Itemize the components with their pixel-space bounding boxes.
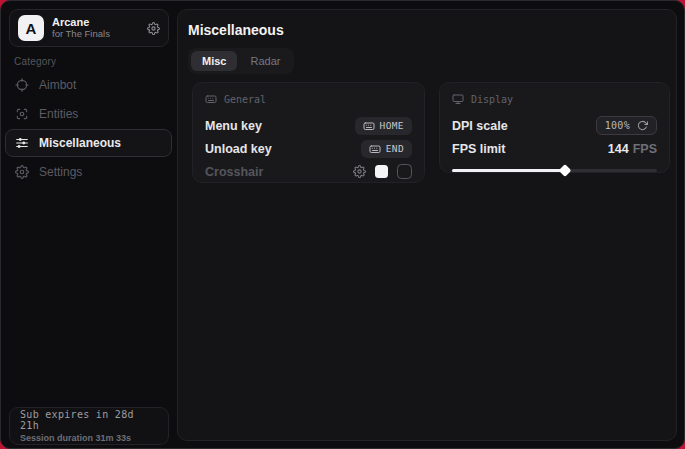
general-card-header: General	[205, 93, 412, 105]
app-window: A Arcane for The Finals Category Aimbot …	[0, 0, 685, 449]
tab-bar: Misc Radar	[188, 48, 294, 74]
main-panel: Miscellaneous Misc Radar General Menu ke…	[177, 9, 677, 441]
crosshair-color-swatch[interactable]	[375, 165, 388, 178]
category-label: Category	[14, 56, 56, 67]
gear-icon[interactable]	[147, 22, 160, 35]
dpi-scale-control[interactable]: 100%	[596, 116, 657, 135]
sidebar-item-label: Settings	[39, 165, 82, 179]
menu-key-row: Menu key HOME	[205, 114, 412, 137]
subscription-info-card: Sub expires in 28d 21h Session duration …	[9, 407, 169, 445]
crosshair-label: Crosshair	[205, 165, 263, 179]
display-card-title: Display	[471, 94, 513, 105]
general-card: General Menu key HOME Unload key END	[192, 82, 425, 183]
sidebar-nav: Aimbot Entities Miscellaneous Settings	[5, 71, 172, 187]
slider-handle[interactable]	[558, 164, 571, 177]
monitor-icon	[452, 93, 464, 105]
sub-expires-text: Sub expires in 28d 21h	[20, 409, 158, 431]
gear-icon[interactable]	[353, 165, 366, 178]
sidebar: A Arcane for The Finals Category Aimbot …	[1, 1, 177, 448]
sidebar-item-label: Entities	[39, 107, 78, 121]
display-card-header: Display	[452, 93, 657, 105]
unload-key-binding[interactable]: END	[361, 140, 412, 158]
tab-radar[interactable]: Radar	[239, 51, 291, 71]
keyboard-icon	[363, 120, 375, 132]
menu-key-value: HOME	[380, 120, 404, 131]
dpi-scale-label: DPI scale	[452, 119, 508, 133]
refresh-icon[interactable]	[637, 120, 648, 131]
keyboard-icon	[369, 143, 381, 155]
tab-misc[interactable]: Misc	[191, 51, 237, 71]
crosshair-controls	[353, 164, 412, 179]
crosshair-row: Crosshair	[205, 160, 412, 183]
fps-limit-value: 144FPS	[608, 142, 657, 156]
dpi-scale-row: DPI scale 100%	[452, 114, 657, 137]
sidebar-item-miscellaneous[interactable]: Miscellaneous	[5, 129, 172, 157]
dpi-scale-value: 100%	[605, 120, 630, 131]
sidebar-item-label: Aimbot	[39, 78, 76, 92]
display-card: Display DPI scale 100% FPS limit 144FPS	[439, 82, 670, 173]
sliders-icon	[15, 136, 29, 150]
crosshair-checkbox[interactable]	[397, 164, 412, 179]
unload-key-row: Unload key END	[205, 137, 412, 160]
fps-limit-row: FPS limit 144FPS	[452, 137, 657, 160]
entities-icon	[15, 107, 29, 121]
gear-icon	[15, 165, 29, 179]
app-subtitle: for The Finals	[52, 29, 139, 40]
unload-key-value: END	[386, 143, 404, 154]
page-title: Miscellaneous	[188, 22, 284, 38]
fps-limit-label: FPS limit	[452, 142, 505, 156]
sidebar-item-aimbot[interactable]: Aimbot	[5, 71, 172, 99]
app-title: Arcane	[52, 16, 139, 29]
fps-unit: FPS	[633, 142, 657, 156]
app-logo: A	[18, 15, 44, 41]
fps-limit-slider[interactable]	[452, 164, 657, 176]
app-meta: Arcane for The Finals	[52, 16, 139, 40]
fps-number: 144	[608, 142, 629, 156]
unload-key-label: Unload key	[205, 142, 272, 156]
sidebar-item-entities[interactable]: Entities	[5, 100, 172, 128]
app-header-card: A Arcane for The Finals	[9, 9, 169, 47]
slider-fill	[452, 169, 565, 172]
sidebar-item-label: Miscellaneous	[39, 136, 121, 150]
crosshair-icon	[15, 78, 29, 92]
keyboard-icon	[205, 93, 217, 105]
general-card-title: General	[224, 94, 266, 105]
menu-key-label: Menu key	[205, 119, 262, 133]
session-duration-text: Session duration 31m 33s	[20, 433, 158, 443]
sidebar-item-settings[interactable]: Settings	[5, 158, 172, 186]
menu-key-binding[interactable]: HOME	[355, 117, 412, 135]
